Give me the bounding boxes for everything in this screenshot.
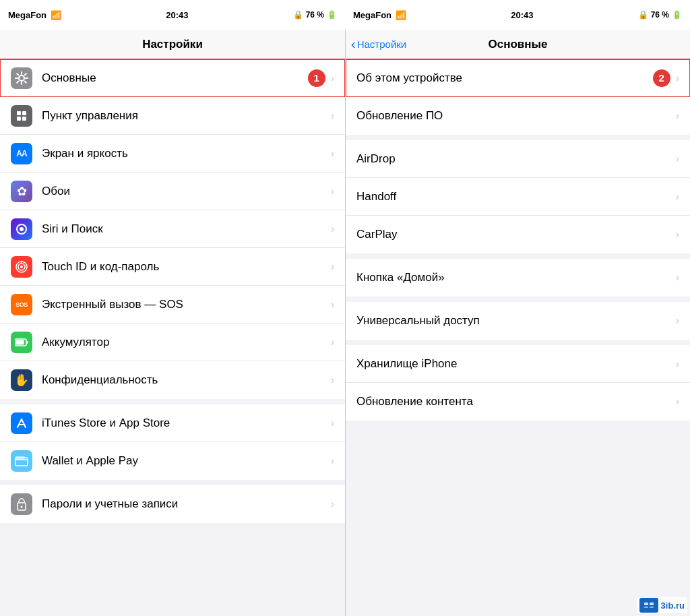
right-status-bar: MegaFon 📶 20:43 🔒 76 % 🔋 xyxy=(345,0,690,30)
svg-rect-13 xyxy=(27,341,28,344)
svg-rect-4 xyxy=(22,117,26,121)
left-battery-icon: 🔋 xyxy=(327,10,337,20)
homebutton-label: Кнопка «Домой» xyxy=(356,271,676,284)
homebutton-chevron: › xyxy=(676,272,679,284)
nav-back-button[interactable]: ‹ Настройки xyxy=(351,36,406,52)
accessibility-label: Универсальный доступ xyxy=(356,314,676,328)
display-label: Экран и яркость xyxy=(42,147,331,160)
right-group-4: Универсальный доступ › xyxy=(346,302,690,340)
left-status-bar: MegaFon 📶 20:43 🔒 76 % 🔋 xyxy=(0,0,345,30)
svg-rect-23 xyxy=(644,607,648,608)
settings-row-battery[interactable]: Аккумулятор › xyxy=(0,324,345,361)
settings-group-3: Пароли и учетные записи › xyxy=(0,485,345,523)
accessibility-chevron: › xyxy=(676,315,679,327)
passwords-label: Пароли и учетные записи xyxy=(42,497,331,511)
handoff-label: Handoff xyxy=(356,190,676,204)
separator-2 xyxy=(0,480,345,485)
general-chevron: › xyxy=(331,72,334,84)
airdrop-label: AirDrop xyxy=(356,152,676,166)
storage-chevron: › xyxy=(676,358,679,370)
privacy-label: Конфиденциальность xyxy=(42,373,331,387)
settings-row-control-center[interactable]: Пункт управления › xyxy=(0,97,345,135)
settings-group-1: Основные 1 › Пункт управления › xyxy=(0,59,345,399)
watermark-text: 3ib.ru xyxy=(661,600,685,611)
control-center-chevron: › xyxy=(331,110,334,122)
settings-row-airdrop[interactable]: AirDrop › xyxy=(346,140,690,178)
wallet-icon xyxy=(11,450,32,472)
settings-row-about[interactable]: Об этом устройстве 2 › xyxy=(346,59,690,97)
appstore-icon xyxy=(11,412,32,434)
settings-row-handoff[interactable]: Handoff › xyxy=(346,178,690,216)
battery-chevron: › xyxy=(331,336,334,348)
separator-1 xyxy=(0,399,345,404)
right-battery-area: 🔒 76 % 🔋 xyxy=(638,10,682,20)
right-group-3: Кнопка «Домой» › xyxy=(346,259,690,297)
right-separator-1 xyxy=(346,135,690,140)
background-label: Обновление контента xyxy=(356,395,676,408)
left-battery-percent: 76 % xyxy=(306,10,324,20)
settings-row-appstore[interactable]: iTunes Store и App Store › xyxy=(0,404,345,442)
svg-rect-20 xyxy=(642,600,656,610)
left-nav-title: Настройки xyxy=(142,38,203,51)
svg-point-6 xyxy=(20,227,24,231)
privacy-icon: ✋ xyxy=(11,369,32,391)
svg-point-19 xyxy=(21,506,23,508)
settings-row-passwords[interactable]: Пароли и учетные записи › xyxy=(0,485,345,523)
settings-row-siri[interactable]: Siri и Поиск › xyxy=(0,210,345,248)
passwords-chevron: › xyxy=(331,498,334,510)
wallet-label: Wallet и Apple Pay xyxy=(42,454,331,468)
svg-point-0 xyxy=(19,75,24,81)
settings-row-privacy[interactable]: ✋ Конфиденциальность › xyxy=(0,361,345,399)
right-lock-icon: 🔒 xyxy=(638,10,648,20)
watermark-icon xyxy=(639,598,658,613)
settings-row-homebutton[interactable]: Кнопка «Домой» › xyxy=(346,259,690,297)
battery-label: Аккумулятор xyxy=(42,336,331,349)
touchid-icon xyxy=(11,256,32,278)
nav-back-chevron-icon: ‹ xyxy=(351,36,356,52)
settings-row-update[interactable]: Обновление ПО › xyxy=(346,97,690,135)
display-icon: AA xyxy=(11,143,32,164)
touchid-chevron: › xyxy=(331,261,334,273)
handoff-chevron: › xyxy=(676,191,679,203)
siri-chevron: › xyxy=(331,223,334,235)
left-wifi-icon: 📶 xyxy=(51,10,61,20)
left-nav-bar: Настройки xyxy=(0,30,345,59)
carplay-label: CarPlay xyxy=(356,228,676,241)
settings-row-accessibility[interactable]: Универсальный доступ › xyxy=(346,302,690,340)
settings-row-general[interactable]: Основные 1 › xyxy=(0,59,345,97)
settings-row-storage[interactable]: Хранилище iPhone › xyxy=(346,345,690,383)
about-step-badge: 2 xyxy=(653,69,670,87)
right-nav-title: Основные xyxy=(488,38,547,51)
right-separator-4 xyxy=(346,340,690,345)
svg-rect-12 xyxy=(16,340,24,344)
settings-row-wallet[interactable]: Wallet и Apple Pay › xyxy=(0,442,345,480)
right-nav-bar: ‹ Настройки Основные xyxy=(346,30,690,59)
right-group-1: Об этом устройстве 2 › Обновление ПО › xyxy=(346,59,690,135)
left-lock-icon: 🔒 xyxy=(293,10,303,20)
settings-row-wallpaper[interactable]: ✿ Обои › xyxy=(0,173,345,210)
settings-row-background[interactable]: Обновление контента › xyxy=(346,383,690,421)
update-chevron: › xyxy=(676,110,679,122)
left-carrier: MegaFon xyxy=(8,10,46,20)
about-label: Об этом устройстве xyxy=(356,71,653,85)
settings-row-sos[interactable]: SOS Экстренный вызов — SOS › xyxy=(0,286,345,324)
passwords-icon xyxy=(11,493,32,515)
wallpaper-chevron: › xyxy=(331,185,334,197)
settings-row-touchid[interactable]: Touch ID и код-пароль › xyxy=(0,248,345,286)
right-separator-2 xyxy=(346,253,690,259)
touchid-label: Touch ID и код-пароль xyxy=(42,260,331,274)
right-separator-3 xyxy=(346,297,690,302)
svg-point-9 xyxy=(20,266,23,268)
left-carrier-info: MegaFon 📶 xyxy=(8,10,61,20)
carplay-chevron: › xyxy=(676,228,679,241)
svg-rect-1 xyxy=(17,111,21,115)
right-group-5: Хранилище iPhone › Обновление контента › xyxy=(346,345,690,421)
left-battery-area: 🔒 76 % 🔋 xyxy=(293,10,337,20)
appstore-chevron: › xyxy=(331,417,334,429)
right-carrier-info: MegaFon 📶 xyxy=(353,10,406,20)
wallet-chevron: › xyxy=(331,455,334,467)
settings-row-display[interactable]: AA Экран и яркость › xyxy=(0,135,345,173)
control-center-label: Пункт управления xyxy=(42,109,331,123)
privacy-chevron: › xyxy=(331,374,334,386)
settings-row-carplay[interactable]: CarPlay › xyxy=(346,216,690,253)
